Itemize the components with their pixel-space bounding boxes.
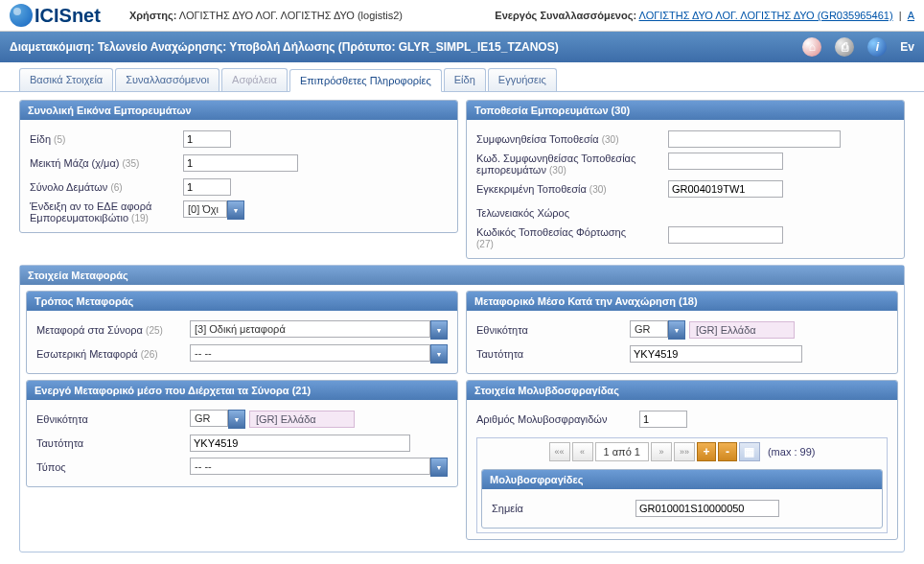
loc-code-label2: εμπορευμάτων: [476, 164, 546, 176]
mass-input[interactable]: [183, 154, 298, 172]
seals-count-input[interactable]: [639, 411, 687, 428]
act-type-btn[interactable]: [430, 458, 448, 477]
inland-select-value[interactable]: -- --: [190, 344, 430, 362]
pager-prev-btn[interactable]: «: [572, 442, 593, 461]
tab-basic[interactable]: Βασικά Στοιχεία: [19, 68, 113, 91]
container-label2: Εμπορευματοκιβώτιο: [30, 212, 128, 223]
tab-items[interactable]: Είδη: [444, 68, 486, 91]
act-type-value[interactable]: -- --: [190, 458, 430, 475]
border-label: Μεταφορά στα Σύνορα: [36, 324, 143, 336]
pager-del-btn[interactable]: -: [718, 442, 737, 461]
pager-last-btn[interactable]: »»: [674, 442, 695, 461]
approved-label: Εγκεκριμένη Τοποθεσία: [476, 183, 587, 195]
departure-means-panel: Μεταφορικό Μέσο Κατά την Αναχώρηση (18) …: [466, 291, 898, 374]
transport-mode-title: Τρόπος Μεταφοράς: [27, 292, 457, 311]
act-nat-btn[interactable]: [228, 410, 245, 429]
header-link-a[interactable]: A: [908, 10, 914, 21]
home-icon[interactable]: ⌂: [802, 37, 821, 57]
transport-mode-panel: Τρόπος Μεταφοράς Μεταφορά στα Σύνορα (25…: [26, 291, 458, 374]
border-select-btn[interactable]: [430, 320, 448, 340]
toolbar-ev[interactable]: Ev: [900, 40, 914, 54]
pager-add-btn[interactable]: +: [697, 442, 716, 461]
dep-nat-btn[interactable]: [668, 320, 685, 340]
act-nat-display: [GR] Ελλάδα: [249, 411, 355, 428]
page-toolbar: Διαμετακόμιση: Τελωνείο Αναχώρησης: Υποβ…: [0, 32, 924, 62]
act-nat-value[interactable]: GR: [190, 410, 228, 427]
active-party: Ενεργός Συναλλασσόμενος: ΛΟΓΙΣΤΗΣ ΔΥΟ ΛΟ…: [495, 10, 914, 21]
goods-summary-title: Συνολική Εικόνα Εμπορευμάτων: [20, 101, 457, 120]
act-nat-label: Εθνικότητα: [36, 413, 88, 425]
seals-list-panel: «« « 1 από 1 » »» + - ▦ (max : 99): [476, 437, 888, 533]
pager-info: 1 από 1: [595, 442, 649, 461]
seals-pager: «« « 1 από 1 » »» + - ▦ (max : 99): [477, 438, 887, 465]
seals-panel: Στοιχεία Μολυβδοσφραγίδας Αριθμός Μολυβο…: [466, 380, 898, 540]
act-type-label: Τύπος: [36, 461, 66, 473]
border-select-value[interactable]: [3] Οδική μεταφορά: [190, 320, 430, 338]
active-means-title: Ενεργό Μεταφορικό μέσο που Διέρχεται τα …: [27, 381, 457, 400]
app-logo: ICISnet: [10, 4, 101, 27]
seal-mark-input[interactable]: [635, 500, 779, 517]
tab-guarantees[interactable]: Εγγυήσεις: [488, 68, 557, 91]
loc-code-input[interactable]: [668, 153, 783, 170]
act-id-label: Ταυτότητα: [36, 437, 83, 449]
packages-input[interactable]: [183, 178, 231, 196]
app-header: ICISnet Χρήστης: ΛΟΓΙΣΤΗΣ ΔΥΟ ΛΟΓ. ΛΟΓΙΣ…: [0, 0, 924, 32]
container-label1: Ένδειξη αν το ΕΔΕ αφορά: [30, 200, 151, 212]
pager-grid-btn[interactable]: ▦: [739, 442, 760, 461]
items-input[interactable]: [183, 130, 231, 148]
print-icon[interactable]: ⎙: [835, 37, 854, 57]
dep-id-input[interactable]: [630, 345, 802, 363]
globe-icon: [10, 4, 33, 27]
tab-additional[interactable]: Επιπρόσθετες Πληροφορίες: [289, 69, 442, 92]
pager-next-btn[interactable]: »: [651, 442, 672, 461]
packages-hint: (6): [110, 182, 122, 193]
loading-input[interactable]: [668, 226, 783, 244]
dep-nat-label: Εθνικότητα: [476, 324, 528, 336]
info-icon[interactable]: i: [867, 37, 887, 57]
pager-first-btn[interactable]: ««: [549, 442, 570, 461]
mass-hint: (35): [123, 158, 140, 169]
loading-label: Κωδικός Τοποθεσίας Φόρτωσης: [476, 226, 626, 238]
inland-label: Εσωτερική Μεταφορά: [36, 348, 138, 360]
agreed-hint: (30): [602, 134, 619, 145]
container-select-btn[interactable]: [227, 200, 244, 220]
mass-label: Μεικτή Μάζα (χ/μα): [30, 157, 119, 169]
goods-summary-panel: Συνολική Εικόνα Εμπορευμάτων Είδη (5) Με…: [19, 100, 458, 233]
transport-title: Στοιχεία Μεταφοράς: [20, 266, 904, 285]
approved-input[interactable]: [668, 180, 783, 198]
page-title: Διαμετακόμιση: Τελωνείο Αναχώρησης: Υποβ…: [10, 40, 559, 54]
inland-hint: (26): [141, 349, 158, 360]
user-info: Χρήστης: ΛΟΓΙΣΤΗΣ ΔΥΟ ΛΟΓ. ΛΟΓΙΣΤΗΣ ΔΥΟ …: [129, 10, 403, 21]
approved-hint: (30): [589, 184, 607, 195]
seals-sub-title: Μολυβοσφραγίδες: [482, 470, 882, 489]
items-hint: (5): [54, 134, 65, 145]
container-hint: (19): [131, 213, 149, 223]
seal-mark-label: Σημεία: [492, 503, 523, 514]
loading-hint: (27): [476, 239, 494, 249]
logo-text: ICISnet: [35, 5, 101, 27]
agreed-label: Συμφωνηθείσα Τοποθεσία: [476, 133, 599, 145]
inland-select-btn[interactable]: [430, 344, 448, 364]
tab-traders[interactable]: Συναλλασσόμενοι: [115, 68, 219, 91]
departure-means-title: Μεταφορικό Μέσο Κατά την Αναχώρηση (18): [467, 292, 897, 311]
tab-security[interactable]: Ασφάλεια: [221, 68, 288, 91]
items-label: Είδη: [30, 133, 51, 145]
loc-code-hint: (30): [549, 165, 566, 176]
dep-id-label: Ταυτότητα: [476, 348, 523, 360]
seals-title: Στοιχεία Μολυβδοσφραγίδας: [467, 381, 897, 400]
dep-nat-display: [GR] Ελλάδα: [689, 321, 795, 339]
packages-label: Σύνολο Δεμάτων: [30, 181, 107, 193]
location-panel: Τοποθεσία Εμπορευμάτων (30) Συμφωνηθείσα…: [466, 100, 905, 259]
dep-nat-value[interactable]: GR: [630, 320, 668, 338]
seals-count-label: Αριθμός Μολυβοσφραγιδών: [476, 413, 607, 425]
active-label: Ενεργός Συναλλασσόμενος:: [495, 10, 636, 21]
agreed-input[interactable]: [668, 130, 841, 148]
active-value-link[interactable]: ΛΟΓΙΣΤΗΣ ΔΥΟ ΛΟΓ. ΛΟΓΙΣΤΗΣ ΔΥΟ (GR035965…: [639, 10, 893, 21]
act-id-input[interactable]: [190, 435, 410, 452]
border-hint: (25): [146, 325, 163, 336]
container-select-value[interactable]: [0] Όχι: [183, 200, 227, 218]
location-title: Τοποθεσία Εμπορευμάτων (30): [467, 101, 904, 120]
user-label: Χρήστης:: [129, 10, 176, 21]
transport-panel: Στοιχεία Μεταφοράς Τρόπος Μεταφοράς Μετα…: [19, 265, 905, 552]
tab-bar: Βασικά Στοιχεία Συναλλασσόμενοι Ασφάλεια…: [0, 62, 924, 92]
